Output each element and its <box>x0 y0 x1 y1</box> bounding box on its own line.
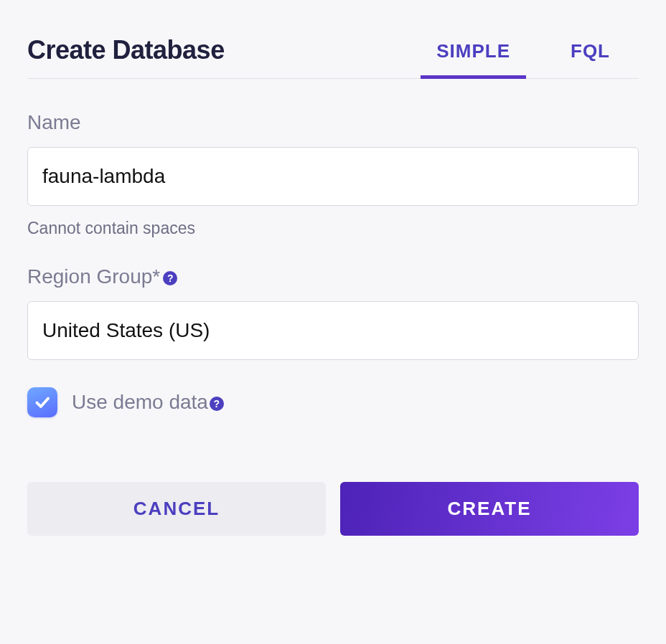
name-hint: Cannot contain spaces <box>27 219 639 238</box>
action-buttons: CANCEL CREATE <box>27 482 639 536</box>
help-icon[interactable]: ? <box>210 397 224 411</box>
region-label-text: Region Group* <box>27 265 160 288</box>
cancel-button[interactable]: CANCEL <box>27 482 326 536</box>
help-icon[interactable]: ? <box>163 271 177 285</box>
region-select-value: United States (US) <box>27 301 639 360</box>
region-field-group: Region Group* ? United States (US) <box>27 265 639 360</box>
check-icon <box>33 393 52 412</box>
create-database-form: Name Cannot contain spaces Region Group*… <box>27 79 639 536</box>
name-input[interactable] <box>27 147 639 206</box>
region-select[interactable]: United States (US) <box>27 301 639 360</box>
page-title: Create Database <box>27 35 225 78</box>
tab-list: SIMPLE FQL <box>421 27 639 78</box>
dialog-header: Create Database SIMPLE FQL <box>27 27 639 79</box>
name-field-group: Name Cannot contain spaces <box>27 111 639 238</box>
tab-simple[interactable]: SIMPLE <box>421 27 526 78</box>
create-button[interactable]: CREATE <box>340 482 639 536</box>
demo-data-row: Use demo data ? <box>27 387 639 417</box>
tab-fql[interactable]: FQL <box>555 27 626 78</box>
name-label: Name <box>27 111 639 134</box>
demo-data-label: Use demo data ? <box>72 391 224 414</box>
demo-data-label-text: Use demo data <box>72 391 208 414</box>
region-label: Region Group* ? <box>27 265 639 288</box>
demo-data-checkbox[interactable] <box>27 387 57 417</box>
